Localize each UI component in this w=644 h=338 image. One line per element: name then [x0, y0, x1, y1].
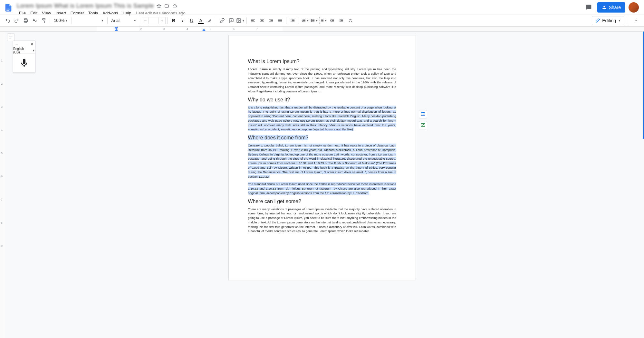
- cloud-saved-icon[interactable]: [172, 3, 177, 8]
- insert-link-button[interactable]: [218, 16, 227, 25]
- account-avatar[interactable]: [629, 2, 639, 13]
- font-size-value[interactable]: [149, 17, 159, 24]
- docs-logo-icon[interactable]: [3, 2, 14, 14]
- scrollbar-indicator: [643, 32, 644, 338]
- toolbar: 100%▼ ▼ Arial▼ − + B I U A ▼ ▼ ▼ 123▼: [0, 14, 644, 27]
- styles-dropdown[interactable]: ▼: [73, 19, 106, 22]
- selected-text: Contrary to popular belief, Lorem Ipsum …: [248, 144, 396, 178]
- undo-button[interactable]: [3, 16, 12, 25]
- document-page[interactable]: What is Lorem Ipsum? Lorem Ipsum is simp…: [229, 35, 416, 280]
- ruler-tick: 7: [256, 27, 258, 31]
- ruler-tick: 5: [210, 27, 211, 31]
- insert-comment-button[interactable]: [227, 16, 236, 25]
- horizontal-ruler[interactable]: 1 2 3 4 5 6 7: [0, 27, 644, 32]
- highlight-color-button[interactable]: [205, 16, 214, 25]
- numbered-list-button[interactable]: 123▼: [319, 16, 328, 25]
- svg-rect-2: [6, 10, 9, 11]
- ruler-tick: 2: [140, 27, 142, 31]
- editing-mode-label: Editing: [602, 18, 616, 23]
- ruler-tick: 4: [187, 27, 188, 31]
- text-color-button[interactable]: A: [196, 16, 205, 25]
- indent-marker-left[interactable]: [115, 29, 118, 31]
- paragraph-2[interactable]: It is a long established fact that a rea…: [248, 105, 396, 132]
- svg-point-7: [237, 19, 238, 20]
- svg-rect-0: [6, 8, 10, 8]
- document-title[interactable]: Lorem Ipsum What is Lorem Ipsum This is …: [17, 3, 154, 9]
- share-label: Share: [609, 5, 621, 10]
- heading-2[interactable]: Why do we use it?: [248, 97, 396, 103]
- ruler-tick: 3: [163, 27, 165, 31]
- checklist-button[interactable]: ▼: [301, 16, 310, 25]
- font-size-decrease[interactable]: −: [142, 17, 149, 24]
- titlebar: Lorem Ipsum What is Lorem Ipsum This is …: [0, 0, 644, 14]
- paragraph-1[interactable]: Lorem Ipsum is simply dummy text of the …: [248, 67, 396, 94]
- paint-format-button[interactable]: [39, 16, 48, 25]
- selected-text: It is a long established fact that a rea…: [248, 106, 396, 131]
- svg-point-9: [311, 20, 312, 21]
- share-button[interactable]: Share: [597, 2, 625, 13]
- hide-menus-button[interactable]: [632, 16, 641, 25]
- voice-close-button[interactable]: ✕: [30, 42, 34, 46]
- align-left-button[interactable]: [248, 16, 257, 25]
- font-value: Arial: [111, 18, 120, 23]
- paragraph-4[interactable]: There are many variations of passages of…: [248, 207, 396, 234]
- workspace: 1 2 3 4 5 6 7 8 9 ⋯ ✕ English (US) ▼: [0, 32, 644, 338]
- bullet-list-button[interactable]: ▼: [310, 16, 319, 25]
- zoom-dropdown[interactable]: 100%▼: [52, 18, 70, 23]
- star-icon[interactable]: [157, 3, 162, 8]
- ruler-tick: 6: [233, 27, 235, 31]
- font-size-control: − +: [142, 17, 166, 24]
- open-comments-button[interactable]: [583, 2, 594, 13]
- bold-button[interactable]: B: [169, 16, 178, 25]
- paragraph-3b[interactable]: The standard chunk of Lorem Ipsum used s…: [248, 182, 396, 195]
- zoom-value: 100%: [54, 18, 64, 23]
- align-justify-button[interactable]: [275, 16, 284, 25]
- insert-image-button[interactable]: ▼: [236, 16, 245, 25]
- voice-typing-panel[interactable]: ⋯ ✕ English (US) ▼: [13, 41, 35, 73]
- add-comment-button[interactable]: [419, 110, 427, 118]
- indent-increase-button[interactable]: [337, 16, 346, 25]
- suggest-edits-button[interactable]: [419, 121, 427, 129]
- heading-3[interactable]: Where does it come from?: [248, 135, 396, 141]
- clear-formatting-button[interactable]: [346, 16, 355, 25]
- comment-rail: [419, 110, 427, 129]
- font-size-increase[interactable]: +: [159, 17, 166, 24]
- move-icon[interactable]: [164, 3, 169, 8]
- redo-button[interactable]: [12, 16, 21, 25]
- font-dropdown[interactable]: Arial▼: [109, 18, 138, 23]
- para-bold: Lorem Ipsum: [248, 67, 268, 71]
- indent-decrease-button[interactable]: [328, 16, 337, 25]
- voice-language-dropdown[interactable]: English (US) ▼: [13, 47, 35, 54]
- print-button[interactable]: [21, 16, 30, 25]
- heading-4[interactable]: Where can I get some?: [248, 199, 396, 204]
- line-spacing-button[interactable]: [288, 16, 297, 25]
- spellcheck-button[interactable]: [30, 16, 39, 25]
- voice-mic-button[interactable]: [13, 54, 35, 72]
- vertical-ruler[interactable]: 1 2 3 4 5 6 7 8 9: [0, 32, 5, 338]
- indent-marker-right[interactable]: [202, 29, 206, 31]
- svg-rect-1: [6, 9, 10, 10]
- voice-settings-icon[interactable]: ⋯: [14, 42, 19, 46]
- selected-text: The standard chunk of Lorem Ipsum used s…: [248, 182, 396, 195]
- paragraph-3[interactable]: Contrary to popular belief, Lorem Ipsum …: [248, 143, 396, 179]
- underline-button[interactable]: U: [187, 16, 196, 25]
- show-outline-button[interactable]: [7, 33, 15, 41]
- voice-language-label: English (US): [13, 47, 31, 54]
- heading-1[interactable]: What is Lorem Ipsum?: [248, 59, 396, 64]
- align-center-button[interactable]: [257, 16, 266, 25]
- svg-point-8: [311, 19, 312, 20]
- svg-point-10: [311, 21, 312, 22]
- editing-mode-dropdown[interactable]: Editing ▼: [592, 16, 624, 25]
- para-text: is simply dummy text of the printing and…: [248, 67, 396, 93]
- align-right-button[interactable]: [266, 16, 275, 25]
- italic-button[interactable]: I: [178, 16, 187, 25]
